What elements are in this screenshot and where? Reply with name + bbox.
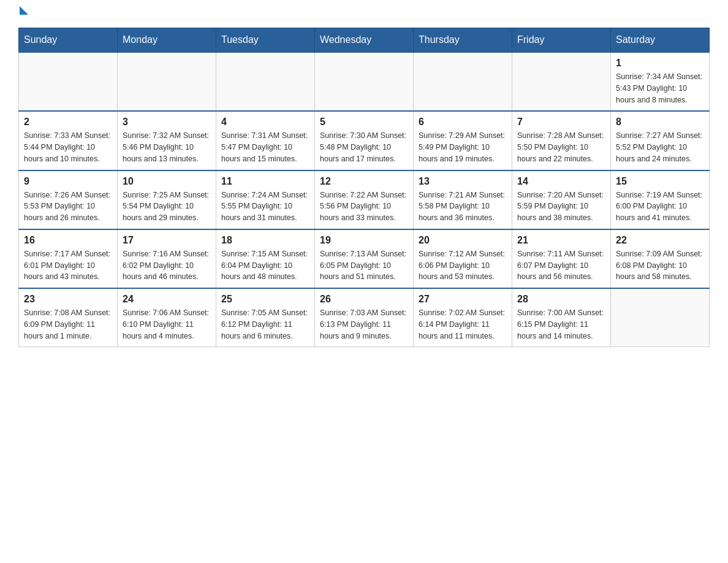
- calendar-day-cell: 10Sunrise: 7:25 AM Sunset: 5:54 PM Dayli…: [118, 170, 216, 229]
- day-info: Sunrise: 7:31 AM Sunset: 5:47 PM Dayligh…: [221, 130, 309, 164]
- calendar-day-cell: 9Sunrise: 7:26 AM Sunset: 5:53 PM Daylig…: [19, 170, 118, 229]
- day-info: Sunrise: 7:17 AM Sunset: 6:01 PM Dayligh…: [24, 248, 112, 283]
- calendar-day-cell: 14Sunrise: 7:20 AM Sunset: 5:59 PM Dayli…: [512, 170, 611, 229]
- calendar-day-cell: [315, 52, 414, 111]
- calendar-day-cell: 19Sunrise: 7:13 AM Sunset: 6:05 PM Dayli…: [315, 229, 414, 288]
- day-number: 18: [221, 235, 309, 246]
- day-number: 12: [320, 176, 408, 187]
- day-of-week-header: Sunday: [19, 28, 118, 53]
- calendar-day-cell: 7Sunrise: 7:28 AM Sunset: 5:50 PM Daylig…: [512, 111, 611, 170]
- calendar-day-cell: [19, 52, 118, 111]
- day-info: Sunrise: 7:24 AM Sunset: 5:55 PM Dayligh…: [221, 190, 309, 224]
- calendar-day-cell: 11Sunrise: 7:24 AM Sunset: 5:55 PM Dayli…: [216, 170, 315, 229]
- calendar-day-cell: 25Sunrise: 7:05 AM Sunset: 6:12 PM Dayli…: [216, 288, 315, 347]
- calendar-day-cell: 1Sunrise: 7:34 AM Sunset: 5:43 PM Daylig…: [611, 52, 710, 111]
- day-of-week-header: Tuesday: [216, 28, 315, 53]
- day-info: Sunrise: 7:25 AM Sunset: 5:54 PM Dayligh…: [123, 190, 211, 224]
- day-of-week-header: Thursday: [414, 28, 512, 53]
- calendar-day-cell: 4Sunrise: 7:31 AM Sunset: 5:47 PM Daylig…: [216, 111, 315, 170]
- day-number: 9: [24, 176, 112, 187]
- day-number: 7: [517, 117, 605, 128]
- day-number: 20: [419, 235, 507, 246]
- calendar-day-cell: [414, 52, 512, 111]
- day-number: 27: [419, 294, 507, 305]
- calendar-day-cell: 28Sunrise: 7:00 AM Sunset: 6:15 PM Dayli…: [512, 288, 611, 347]
- calendar-day-cell: 6Sunrise: 7:29 AM Sunset: 5:49 PM Daylig…: [414, 111, 512, 170]
- day-info: Sunrise: 7:11 AM Sunset: 6:07 PM Dayligh…: [517, 248, 605, 283]
- day-info: Sunrise: 7:29 AM Sunset: 5:49 PM Dayligh…: [419, 130, 507, 164]
- day-info: Sunrise: 7:12 AM Sunset: 6:06 PM Dayligh…: [419, 248, 507, 283]
- calendar-week-row: 1Sunrise: 7:34 AM Sunset: 5:43 PM Daylig…: [19, 52, 710, 111]
- day-number: 5: [320, 117, 408, 128]
- day-of-week-header: Wednesday: [315, 28, 414, 53]
- calendar-day-cell: 15Sunrise: 7:19 AM Sunset: 6:00 PM Dayli…: [611, 170, 710, 229]
- day-number: 24: [123, 294, 211, 305]
- day-info: Sunrise: 7:32 AM Sunset: 5:46 PM Dayligh…: [123, 130, 211, 164]
- page-header: [18, 12, 710, 15]
- day-info: Sunrise: 7:03 AM Sunset: 6:13 PM Dayligh…: [320, 307, 408, 342]
- day-info: Sunrise: 7:05 AM Sunset: 6:12 PM Dayligh…: [221, 307, 309, 342]
- calendar-week-row: 9Sunrise: 7:26 AM Sunset: 5:53 PM Daylig…: [19, 170, 710, 229]
- calendar-day-cell: 18Sunrise: 7:15 AM Sunset: 6:04 PM Dayli…: [216, 229, 315, 288]
- calendar-day-cell: 16Sunrise: 7:17 AM Sunset: 6:01 PM Dayli…: [19, 229, 118, 288]
- day-number: 21: [517, 235, 605, 246]
- day-info: Sunrise: 7:16 AM Sunset: 6:02 PM Dayligh…: [123, 248, 211, 283]
- day-number: 26: [320, 294, 408, 305]
- calendar-day-cell: 24Sunrise: 7:06 AM Sunset: 6:10 PM Dayli…: [118, 288, 216, 347]
- day-number: 28: [517, 294, 605, 305]
- day-info: Sunrise: 7:19 AM Sunset: 6:00 PM Dayligh…: [616, 190, 704, 224]
- day-info: Sunrise: 7:34 AM Sunset: 5:43 PM Dayligh…: [616, 71, 704, 105]
- day-info: Sunrise: 7:09 AM Sunset: 6:08 PM Dayligh…: [616, 248, 704, 283]
- calendar-day-cell: 26Sunrise: 7:03 AM Sunset: 6:13 PM Dayli…: [315, 288, 414, 347]
- day-info: Sunrise: 7:27 AM Sunset: 5:52 PM Dayligh…: [616, 130, 704, 164]
- day-info: Sunrise: 7:20 AM Sunset: 5:59 PM Dayligh…: [517, 190, 605, 224]
- calendar-day-cell: [512, 52, 611, 111]
- calendar-day-cell: 2Sunrise: 7:33 AM Sunset: 5:44 PM Daylig…: [19, 111, 118, 170]
- day-number: 23: [24, 294, 112, 305]
- day-of-week-header: Monday: [118, 28, 216, 53]
- day-of-week-header: Friday: [512, 28, 611, 53]
- day-number: 25: [221, 294, 309, 305]
- calendar-day-cell: 5Sunrise: 7:30 AM Sunset: 5:48 PM Daylig…: [315, 111, 414, 170]
- calendar-day-cell: 12Sunrise: 7:22 AM Sunset: 5:56 PM Dayli…: [315, 170, 414, 229]
- day-number: 10: [123, 176, 211, 187]
- calendar-day-cell: 8Sunrise: 7:27 AM Sunset: 5:52 PM Daylig…: [611, 111, 710, 170]
- calendar-day-cell: [118, 52, 216, 111]
- day-number: 17: [123, 235, 211, 246]
- calendar-day-cell: 23Sunrise: 7:08 AM Sunset: 6:09 PM Dayli…: [19, 288, 118, 347]
- day-number: 4: [221, 117, 309, 128]
- day-number: 14: [517, 176, 605, 187]
- logo: [18, 12, 28, 15]
- calendar-table: SundayMondayTuesdayWednesdayThursdayFrid…: [18, 28, 710, 347]
- day-info: Sunrise: 7:15 AM Sunset: 6:04 PM Dayligh…: [221, 248, 309, 283]
- calendar-day-cell: 21Sunrise: 7:11 AM Sunset: 6:07 PM Dayli…: [512, 229, 611, 288]
- day-number: 3: [123, 117, 211, 128]
- day-info: Sunrise: 7:26 AM Sunset: 5:53 PM Dayligh…: [24, 190, 112, 224]
- calendar-day-cell: 17Sunrise: 7:16 AM Sunset: 6:02 PM Dayli…: [118, 229, 216, 288]
- day-number: 1: [616, 58, 704, 69]
- logo-triangle-icon: [20, 6, 28, 15]
- calendar-header-row: SundayMondayTuesdayWednesdayThursdayFrid…: [19, 28, 710, 53]
- day-info: Sunrise: 7:30 AM Sunset: 5:48 PM Dayligh…: [320, 130, 408, 164]
- calendar-day-cell: 22Sunrise: 7:09 AM Sunset: 6:08 PM Dayli…: [611, 229, 710, 288]
- day-number: 15: [616, 176, 704, 187]
- calendar-day-cell: 13Sunrise: 7:21 AM Sunset: 5:58 PM Dayli…: [414, 170, 512, 229]
- day-number: 6: [419, 117, 507, 128]
- calendar-day-cell: 3Sunrise: 7:32 AM Sunset: 5:46 PM Daylig…: [118, 111, 216, 170]
- day-number: 2: [24, 117, 112, 128]
- day-number: 22: [616, 235, 704, 246]
- day-info: Sunrise: 7:33 AM Sunset: 5:44 PM Dayligh…: [24, 130, 112, 164]
- day-of-week-header: Saturday: [611, 28, 710, 53]
- day-number: 11: [221, 176, 309, 187]
- calendar-week-row: 16Sunrise: 7:17 AM Sunset: 6:01 PM Dayli…: [19, 229, 710, 288]
- day-number: 16: [24, 235, 112, 246]
- calendar-week-row: 2Sunrise: 7:33 AM Sunset: 5:44 PM Daylig…: [19, 111, 710, 170]
- day-info: Sunrise: 7:06 AM Sunset: 6:10 PM Dayligh…: [123, 307, 211, 342]
- calendar-day-cell: [611, 288, 710, 347]
- day-number: 13: [419, 176, 507, 187]
- day-info: Sunrise: 7:02 AM Sunset: 6:14 PM Dayligh…: [419, 307, 507, 342]
- day-number: 8: [616, 117, 704, 128]
- day-info: Sunrise: 7:21 AM Sunset: 5:58 PM Dayligh…: [419, 190, 507, 224]
- day-info: Sunrise: 7:28 AM Sunset: 5:50 PM Dayligh…: [517, 130, 605, 164]
- day-info: Sunrise: 7:00 AM Sunset: 6:15 PM Dayligh…: [517, 307, 605, 342]
